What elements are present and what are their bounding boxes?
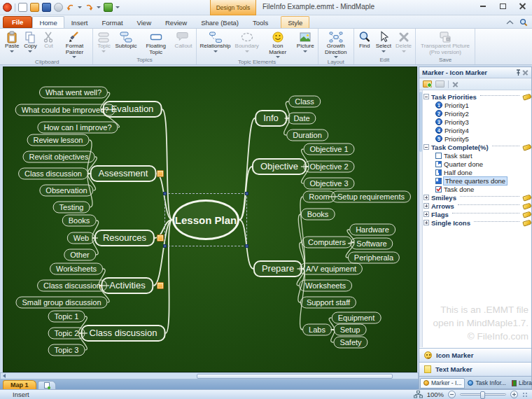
subtopic-testing[interactable]: Testing — [53, 202, 90, 214]
subtopic-objective-3[interactable]: Objective 3 — [303, 178, 354, 190]
zoom-slider[interactable] — [460, 393, 506, 396]
mindmap-canvas[interactable]: Lesson Plan Evaluation Assessment Resour… — [3, 66, 417, 372]
subtopic-what-could-be-improved[interactable]: What could be improved? — [15, 104, 115, 116]
subtopic-class-discussion-2[interactable]: Class discussion — [37, 280, 107, 292]
resources-topic-marker-icon[interactable] — [157, 234, 164, 241]
root-topic-lesson-plan[interactable]: Lesson Plan — [172, 200, 239, 240]
tab-style[interactable]: Style — [281, 16, 309, 28]
map-tab-map1[interactable]: Map 1 — [3, 380, 36, 389]
collapse-icon[interactable] — [424, 94, 429, 99]
selection-handle[interactable] — [245, 192, 248, 195]
tree-item-priority2[interactable]: 2Priority2 — [424, 109, 531, 118]
tree-item-task-start[interactable]: Task start — [424, 151, 531, 160]
subtopic-books-right[interactable]: Books — [301, 209, 335, 220]
subtopic-review-lesson[interactable]: Review lesson — [27, 134, 90, 146]
tree-item-priority3[interactable]: 3Priority3 — [424, 118, 531, 126]
selection-handle[interactable] — [245, 244, 248, 248]
redo-icon[interactable] — [85, 4, 94, 12]
selection-handle[interactable] — [163, 244, 167, 248]
topic-class-discussion[interactable]: Class discussion — [81, 325, 166, 342]
subtopic-worksheets[interactable]: Worksheets — [50, 263, 103, 275]
subtopic-equipment[interactable]: Equipment — [332, 312, 382, 324]
subtopic-peripherala[interactable]: Peripherala — [348, 252, 400, 264]
subtopic-setup[interactable]: Setup — [334, 324, 367, 336]
icon-marker-section-button[interactable]: Icon Marker — [419, 348, 531, 362]
floating-topic-button[interactable]: Floating Topic — [139, 29, 173, 55]
horizontal-scrollbar[interactable] — [0, 372, 419, 379]
subtopic-web[interactable]: Web — [67, 232, 95, 244]
tree-item-priority5[interactable]: 5Priority5 — [424, 134, 531, 143]
subtopic-class-discussion[interactable]: Class discussion — [18, 168, 88, 180]
panel-tab-marker[interactable]: Marker - I... — [420, 378, 465, 388]
selection-handle[interactable] — [163, 192, 167, 195]
panel-tab-task-info[interactable]: Task Infor... — [465, 378, 508, 388]
resize-grip[interactable] — [522, 392, 528, 398]
subtopic-hardware[interactable]: Hardware — [349, 224, 396, 236]
tree-group-single-icons[interactable]: Single Icons — [424, 218, 531, 227]
topic-objective[interactable]: Objective — [252, 158, 307, 175]
relationship-button[interactable]: Relationship — [198, 29, 233, 52]
tree-item-three-quarters-done[interactable]: Three quarters done — [424, 176, 531, 185]
tree-item-priority4[interactable]: 4Priority4 — [424, 126, 531, 134]
tree-group-smileys[interactable]: Smileys — [424, 193, 531, 202]
scroll-left-arrow[interactable] — [1, 373, 8, 379]
tree-item-priority1[interactable]: 1Priority1 — [424, 101, 531, 109]
subtopic-computers[interactable]: Computers — [302, 237, 352, 248]
subtopic-observation[interactable]: Observation — [39, 185, 93, 197]
subtopic-software[interactable]: Software — [350, 238, 393, 250]
subtopic-small-group-discussion[interactable]: Small group discussion — [15, 297, 107, 309]
icon-marker-button[interactable]: Icon Marker — [261, 29, 295, 58]
tree-group-arrows[interactable]: Arrows — [424, 202, 531, 210]
undo-icon[interactable] — [66, 4, 75, 12]
add-marker-group-icon[interactable] — [423, 80, 432, 88]
help-search-icon[interactable] — [519, 18, 528, 27]
topic-activities[interactable]: Activities — [101, 277, 153, 294]
subtopic-revisit-objectives[interactable]: Revisit objectives — [23, 151, 95, 163]
tab-format[interactable]: Format — [94, 16, 130, 28]
send-icon[interactable] — [54, 3, 63, 12]
subtopic-what-went-well[interactable]: What went well? — [39, 87, 108, 99]
scrollbar-thumb[interactable] — [197, 374, 393, 379]
subtopic-topic-1[interactable]: Topic 1 — [48, 311, 85, 323]
dropdown-caret[interactable] — [10, 50, 14, 52]
tree-group-task-priorities[interactable]: Task Priorities — [424, 92, 531, 101]
undo-dropdown-caret[interactable] — [78, 6, 82, 8]
topic-info[interactable]: Info — [255, 110, 287, 127]
dropdown-caret[interactable] — [303, 50, 307, 52]
expand-icon[interactable] — [424, 220, 429, 225]
dropdown-caret[interactable] — [28, 50, 32, 52]
panel-close-icon[interactable] — [522, 69, 528, 76]
expand-icon[interactable] — [424, 211, 429, 217]
minimize-button[interactable] — [477, 1, 489, 11]
subtopic-objective-1[interactable]: Objective 1 — [303, 144, 354, 155]
zoom-in-button[interactable] — [510, 391, 518, 398]
close-button[interactable] — [517, 1, 528, 11]
tab-view[interactable]: View — [130, 16, 158, 28]
topic-resources[interactable]: Resources — [94, 230, 155, 246]
topic-prepare[interactable]: Prepare — [253, 260, 302, 277]
new-document-icon[interactable] — [18, 3, 27, 12]
tree-group-flags[interactable]: Flags — [424, 210, 531, 218]
tab-review[interactable]: Review — [158, 16, 194, 28]
tab-file[interactable]: File — [3, 16, 32, 28]
panel-tab-library[interactable]: Library — [509, 378, 532, 388]
zoom-slider-thumb[interactable] — [480, 391, 485, 399]
tree-item-quarter-done[interactable]: Quarter done — [424, 160, 531, 168]
expand-icon[interactable] — [424, 195, 429, 200]
subtopic-worksheets-right[interactable]: Worksheets — [299, 280, 352, 292]
find-button[interactable]: Find — [356, 29, 374, 50]
subtopic-books[interactable]: Books — [62, 215, 97, 227]
paste-button[interactable]: Paste — [3, 29, 21, 52]
picture-button[interactable]: Picture — [295, 29, 316, 52]
tab-tools[interactable]: Tools — [246, 16, 275, 28]
new-map-tab[interactable] — [38, 381, 56, 389]
topic-assessment[interactable]: Assessment — [90, 165, 157, 182]
text-marker-section-button[interactable]: Text Marker — [419, 362, 531, 376]
select-button[interactable]: Select — [374, 29, 393, 52]
format-painter-button[interactable]: Format Painter — [57, 29, 91, 58]
export-icon[interactable] — [104, 3, 113, 12]
subtopic-other[interactable]: Other — [64, 249, 96, 261]
dropdown-caret[interactable] — [214, 50, 218, 52]
dropdown-caret[interactable] — [382, 50, 386, 52]
subtopic-topic-3[interactable]: Topic 3 — [48, 344, 85, 356]
